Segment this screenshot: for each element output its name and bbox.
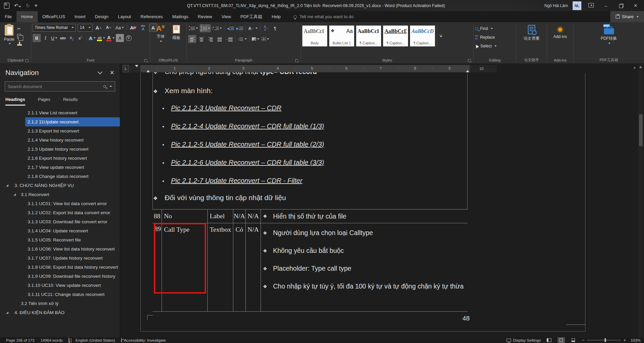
pic-link[interactable]: Pic 2.1.2-6 Update Reconvert – CDR full … bbox=[171, 159, 324, 166]
align-left-button[interactable] bbox=[188, 35, 196, 43]
officeplus-template-button[interactable]: 模板 bbox=[170, 24, 183, 42]
asian-layout-button[interactable]: A↔ bbox=[247, 24, 258, 32]
nav-item[interactable]: 3.2 Tiến trình xử lý bbox=[0, 299, 120, 308]
nav-item[interactable]: 2.1.2 11Update reconvert bbox=[0, 117, 120, 126]
nav-item[interactable]: 3.1.10 UC10: View update reconvert bbox=[0, 281, 120, 290]
tab-file[interactable]: File bbox=[0, 11, 16, 22]
underline-button[interactable]: U bbox=[50, 34, 58, 42]
tab-design[interactable]: Design bbox=[90, 11, 113, 22]
nav-item[interactable]: 2.1.1 View List reconvert bbox=[0, 108, 120, 117]
web-layout-button[interactable] bbox=[570, 337, 577, 343]
accessibility-icon[interactable] bbox=[121, 338, 122, 342]
restore-button[interactable] bbox=[616, 3, 626, 8]
nav-item[interactable]: 3.1.3 UC03: Download file convert error bbox=[0, 217, 120, 226]
copy-icon[interactable] bbox=[17, 34, 21, 39]
print-layout-button[interactable] bbox=[557, 337, 565, 343]
collapse-triangle-icon[interactable] bbox=[13, 193, 16, 196]
search-dropdown-icon[interactable] bbox=[109, 86, 112, 87]
multilevel-list-button[interactable]: ai bbox=[212, 24, 223, 32]
close-button[interactable]: × bbox=[631, 2, 641, 9]
style-card[interactable]: AaBbCcI¶ Caption... bbox=[356, 26, 381, 46]
nav-item[interactable]: 3.1.8 UC08: Export list data history rec… bbox=[0, 263, 120, 272]
paste-button[interactable]: Paste bbox=[1, 24, 17, 46]
styles-gallery-more-button[interactable] bbox=[437, 26, 444, 46]
nav-item[interactable]: 3.1 Reconvert bbox=[0, 190, 120, 199]
nav-tab-pages[interactable]: Pages bbox=[38, 97, 50, 106]
superscript-button[interactable]: x2 bbox=[76, 34, 84, 42]
tab-help[interactable]: Help bbox=[267, 11, 285, 22]
italic-button[interactable]: I bbox=[41, 34, 49, 42]
redo-icon[interactable]: ↻ bbox=[26, 3, 30, 9]
display-settings-button[interactable]: Display Settings bbox=[507, 338, 541, 342]
align-right-button[interactable] bbox=[206, 35, 214, 43]
tab-mailings[interactable]: Mailings bbox=[168, 11, 193, 22]
search-input[interactable] bbox=[8, 84, 103, 89]
find-button[interactable]: Find bbox=[475, 25, 493, 32]
select-button[interactable]: Select bbox=[475, 42, 497, 50]
align-center-button[interactable] bbox=[197, 35, 205, 43]
subscript-button[interactable]: x2 bbox=[68, 34, 76, 42]
font-name-combo[interactable]: Times New Romar bbox=[33, 24, 76, 32]
zoom-slider[interactable] bbox=[587, 340, 621, 340]
tab-officeplus[interactable]: OfficePLUS bbox=[38, 11, 70, 22]
collapse-triangle-icon[interactable] bbox=[6, 184, 8, 187]
font-color-button[interactable]: A bbox=[106, 34, 115, 42]
style-card[interactable]: AaBbCcIBody bbox=[302, 26, 327, 46]
addins-button[interactable]: Add-ins bbox=[551, 24, 570, 40]
nav-item[interactable]: 3.1.11 UC11: Change status reconvert bbox=[0, 290, 120, 299]
minimize-button[interactable]: – bbox=[601, 3, 611, 8]
cut-button[interactable]: ✂ bbox=[17, 26, 22, 31]
nav-item[interactable]: 2.1.5 Update history reconvert bbox=[0, 145, 120, 154]
nav-item[interactable]: 2.1.3 Export list reconvert bbox=[0, 126, 120, 136]
nav-item[interactable]: 3. CHỨC NĂNG NGHIỆP VỤ bbox=[0, 181, 120, 190]
undo-button[interactable]: ↶ bbox=[14, 3, 21, 9]
page-indicator[interactable]: Page 156 of 173 bbox=[6, 338, 34, 342]
pic-link[interactable]: Pic 2.1.2-5 Update Reconvert – CDR full … bbox=[171, 141, 324, 148]
user-avatar-badge[interactable]: NL bbox=[573, 1, 581, 10]
zoom-slider-thumb[interactable] bbox=[605, 338, 606, 342]
distribute-button[interactable]: ↔ bbox=[225, 35, 233, 43]
enclose-characters-button[interactable]: 字 bbox=[125, 34, 133, 42]
decrease-indent-button[interactable]: ◀ bbox=[226, 24, 235, 32]
customize-qat-button[interactable] bbox=[35, 5, 37, 7]
font-size-combo[interactable]: 14 bbox=[78, 24, 93, 32]
tab-selector[interactable]: L bbox=[123, 65, 129, 72]
navigation-close-icon[interactable]: ✕ bbox=[110, 69, 114, 76]
grow-font-button[interactable]: A▲ bbox=[95, 24, 103, 32]
nav-item[interactable]: 3.1.9 UC09: Download file reconvert hist… bbox=[0, 272, 120, 281]
justify-button[interactable] bbox=[215, 35, 224, 43]
officeplus-font-button[interactable]: A字 字体 bbox=[154, 24, 168, 43]
right-indent-marker[interactable] bbox=[466, 70, 469, 72]
accessibility-status[interactable]: Accessibility: Investigate bbox=[124, 338, 166, 342]
collapse-ribbon-icon[interactable]: ∧ bbox=[633, 66, 636, 70]
tab-references[interactable]: References bbox=[136, 11, 167, 22]
ribbon-display-options-button[interactable] bbox=[586, 3, 596, 8]
hanging-indent-marker[interactable] bbox=[146, 70, 150, 72]
pic-link[interactable]: Pic 2.1.2-4 Update Reconvert – CDR full … bbox=[171, 122, 324, 130]
numbering-button[interactable]: 12 bbox=[200, 24, 211, 32]
tab-review[interactable]: Review bbox=[193, 11, 217, 22]
app-save-icon[interactable] bbox=[4, 3, 9, 9]
navigation-chevron-icon[interactable] bbox=[98, 70, 102, 74]
tab-layout[interactable]: Layout bbox=[113, 11, 136, 22]
scrollbar-thumb[interactable] bbox=[639, 114, 643, 146]
paper-check-button[interactable]: 论文查重 bbox=[521, 24, 542, 43]
zoom-control[interactable]: − + bbox=[582, 338, 626, 343]
nav-item[interactable]: 3.1.1 UC01: View list data convert error bbox=[0, 199, 120, 208]
nav-item[interactable]: 3.1.4 UC04: Update reconvert bbox=[0, 226, 120, 235]
nav-item[interactable]: 3.1.5 UC05: Reconvert file bbox=[0, 235, 120, 244]
table-row[interactable]: 88 No Label N/A N/A ❖Hiển thị số thứ tự … bbox=[152, 209, 468, 223]
style-card[interactable]: ❖AaBullet List 1 bbox=[329, 26, 354, 46]
user-name[interactable]: Ngô Hải Lâm bbox=[544, 3, 568, 8]
zoom-in-icon[interactable]: + bbox=[623, 338, 626, 343]
pic-link[interactable]: Pic 2.1.2-7 Update Reconvert – CDR - Fil… bbox=[171, 177, 302, 184]
clear-formatting-button[interactable]: A bbox=[129, 24, 137, 32]
nav-tab-headings[interactable]: Headings bbox=[5, 97, 25, 106]
tab-pdf-[interactable]: PDF工具箱 bbox=[236, 11, 267, 22]
scroll-up-icon[interactable] bbox=[639, 66, 642, 68]
tell-me-box[interactable]: Tell me what you want to do bbox=[294, 11, 353, 22]
pdf-convert-button[interactable]: PDF转换 bbox=[598, 24, 620, 45]
strikethrough-button[interactable]: abc bbox=[59, 34, 67, 42]
style-card[interactable]: AaBbCcD¶ Caption... bbox=[410, 26, 435, 46]
language-indicator[interactable]: English (United States) bbox=[75, 338, 115, 342]
